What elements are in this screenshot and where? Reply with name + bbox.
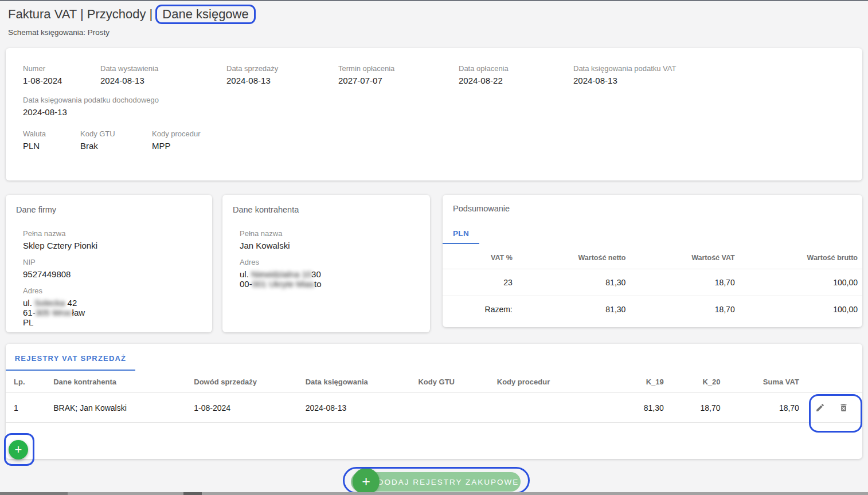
summary-card: Podsumowanie PLN VAT % Wartość netto War… xyxy=(443,195,862,327)
column-header-wartosc-netto: Wartość netto xyxy=(518,244,632,269)
edit-row-button[interactable] xyxy=(815,403,825,412)
cell-vat-rate: 23 xyxy=(443,269,518,296)
summary-header-row: VAT % Wartość netto Wartość VAT Wartość … xyxy=(443,244,862,269)
column-header-data-ksiegowania: Data księgowania xyxy=(298,371,410,393)
column-header-wartosc-vat: Wartość VAT xyxy=(631,244,740,269)
breadcrumb-dane-ksiegowe[interactable]: Dane księgowe xyxy=(155,5,255,24)
add-purchase-registries-plus[interactable]: + xyxy=(353,468,380,495)
field-data-ksiegowania-vat: Data księgowania podatku VAT 2024-08-13 xyxy=(573,64,676,85)
company-card: Dane firmy Pełna nazwa Sklep Cztery Pion… xyxy=(6,195,212,332)
column-header-actions xyxy=(807,371,862,393)
company-address-line-3: PL xyxy=(23,317,202,327)
field-kody-gtu: Kody GTU Brak xyxy=(80,129,152,151)
top-border xyxy=(0,0,868,1)
cell-dane-kontrahenta: BRAK; Jan Kowalski xyxy=(45,393,186,423)
field-kody-procedur: Kody procedur MPP xyxy=(152,129,201,151)
field-data-wystawienia: Data wystawienia 2024-08-13 xyxy=(100,64,226,85)
registry-card: REJESTRY VAT SPRZEDAŻ Lp. Dane kontrahen… xyxy=(6,344,862,459)
posting-scheme-subtitle: Schemat księgowania: Prosty xyxy=(8,28,256,37)
contractor-name: Jan Kowalski xyxy=(240,241,420,250)
company-card-title: Dane firmy xyxy=(16,205,202,214)
cell-lp: 1 xyxy=(6,393,45,423)
cell-kody-procedur xyxy=(489,393,607,423)
cell-netto: 81,30 xyxy=(518,269,632,296)
cell-total-netto: 81,30 xyxy=(518,296,632,323)
cell-k20: 18,70 xyxy=(672,393,729,423)
contractor-card-title: Dane kontrahenta xyxy=(233,205,420,214)
column-header-wartosc-brutto: Wartość brutto xyxy=(741,244,862,269)
cell-brutto: 100,00 xyxy=(741,269,862,296)
add-registry-row-fab[interactable]: + xyxy=(9,440,28,459)
column-header-lp: Lp. xyxy=(6,371,45,393)
field-data-sprzedazy: Data sprzedaży 2024-08-13 xyxy=(226,64,338,85)
page-title-prefix: Faktura VAT | Przychody | xyxy=(8,7,153,21)
summary-row: 23 81,30 18,70 100,00 xyxy=(443,269,862,296)
cell-dowod-sprzedazy: 1-08-2024 xyxy=(186,393,297,423)
contractor-address-line-2: 00-001 Ukryte Miasto xyxy=(240,279,420,289)
plus-icon: + xyxy=(362,473,370,490)
cell-k19: 81,30 xyxy=(607,393,672,423)
company-nip: 9527449808 xyxy=(23,269,202,279)
column-header-dane-kontrahenta: Dane kontrahenta xyxy=(45,371,186,393)
invoice-meta-card: Numer 1-08-2024 Data wystawienia 2024-08… xyxy=(6,48,862,180)
company-address-line-1: ul. Solecka 42 xyxy=(23,298,202,308)
meta-row-1: Numer 1-08-2024 Data wystawienia 2024-08… xyxy=(23,64,845,85)
contractor-name-field: Pełna nazwa Jan Kowalski xyxy=(240,229,420,250)
company-address-field: Adres ul. Solecka 42 61-305 Wrocław PL xyxy=(23,286,202,327)
registry-table: Lp. Dane kontrahenta Dowód sprzedaży Dat… xyxy=(6,371,862,423)
column-header-kody-procedur: Kody procedur xyxy=(489,371,607,393)
page-title: Faktura VAT | Przychody |Dane księgowe xyxy=(8,5,256,24)
column-header-vat-percent: VAT % xyxy=(443,244,518,269)
cell-kody-gtu xyxy=(410,393,488,423)
bottom-strip-notch xyxy=(183,492,202,495)
contractor-card: Dane kontrahenta Pełna nazwa Jan Kowalsk… xyxy=(222,195,430,332)
column-header-k20: K_20 xyxy=(672,371,729,393)
registry-row: 1 BRAK; Jan Kowalski 1-08-2024 2024-08-1… xyxy=(6,393,862,423)
cell-total-brutto: 100,00 xyxy=(741,296,862,323)
bottom-strip xyxy=(0,492,868,495)
cell-data-ksiegowania: 2024-08-13 xyxy=(298,393,410,423)
meta-row-3: Waluta PLN Kody GTU Brak Kody procedur M… xyxy=(23,129,845,151)
field-numer: Numer 1-08-2024 xyxy=(23,64,100,85)
column-header-k19: K_19 xyxy=(607,371,672,393)
delete-row-button[interactable] xyxy=(839,403,849,412)
cell-vat: 18,70 xyxy=(631,269,740,296)
field-data-ksiegowania-dochodowego: Data księgowania podatku dochodowego 202… xyxy=(23,96,159,117)
page-header: Faktura VAT | Przychody |Dane księgowe S… xyxy=(8,5,256,37)
company-nip-field: NIP 9527449808 xyxy=(23,258,202,279)
plus-icon: + xyxy=(15,442,22,457)
summary-total-row: Razem: 81,30 18,70 100,00 xyxy=(443,296,862,323)
cell-suma-vat: 18,70 xyxy=(729,393,807,423)
trash-x-icon xyxy=(839,405,849,414)
field-waluta: Waluta PLN xyxy=(23,129,80,151)
cell-total-label: Razem: xyxy=(443,296,518,323)
bottom-strip-left xyxy=(0,492,68,495)
column-header-dowod-sprzedazy: Dowód sprzedaży xyxy=(186,371,297,393)
cell-total-vat: 18,70 xyxy=(631,296,740,323)
pencil-icon xyxy=(815,405,825,414)
cell-actions xyxy=(807,393,862,423)
company-name-field: Pełna nazwa Sklep Cztery Pionki xyxy=(23,229,202,250)
tab-rejestry-vat-sprzedaz[interactable]: REJESTRY VAT SPRZEDAŻ xyxy=(6,344,135,371)
column-header-kody-gtu: Kody GTU xyxy=(410,371,488,393)
column-header-suma-vat: Suma VAT xyxy=(729,371,807,393)
page: Faktura VAT | Przychody |Dane księgowe S… xyxy=(0,0,868,495)
tab-pln[interactable]: PLN xyxy=(443,223,479,244)
company-address-line-2: 61-305 Wrocław xyxy=(23,308,202,317)
field-termin-oplacenia: Termin opłacenia 2027-07-07 xyxy=(338,64,459,85)
contractor-address-field: Adres ul. Niewidzialna 1030 00-001 Ukryt… xyxy=(240,258,420,289)
contractor-address-line-1: ul. Niewidzialna 1030 xyxy=(240,269,420,279)
company-name: Sklep Cztery Pionki xyxy=(23,241,202,250)
summary-table: VAT % Wartość netto Wartość VAT Wartość … xyxy=(443,244,862,323)
field-data-oplacenia: Data opłacenia 2024-08-22 xyxy=(459,64,573,85)
meta-row-2: Data księgowania podatku dochodowego 202… xyxy=(23,96,845,117)
summary-card-title: Podsumowanie xyxy=(443,204,862,213)
registry-header-row: Lp. Dane kontrahenta Dowód sprzedaży Dat… xyxy=(6,371,862,393)
